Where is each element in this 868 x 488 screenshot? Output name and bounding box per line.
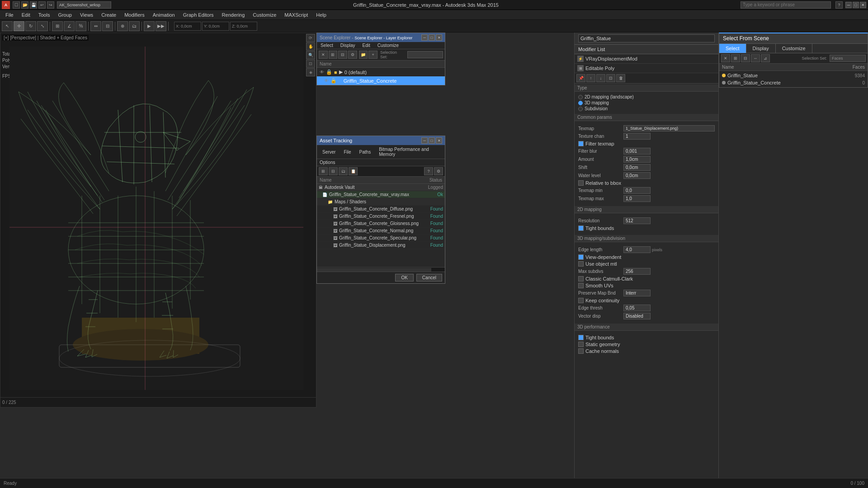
mod-show-end-btn[interactable]: ⊡: [606, 74, 615, 82]
layer-display-menu[interactable]: Display: [337, 42, 359, 49]
asset-toolbar-3[interactable]: 🗂: [339, 167, 348, 175]
asset-bitmap-menu[interactable]: Bitmap Performance and Memory: [375, 146, 443, 158]
menu-edit[interactable]: Edit: [18, 11, 34, 19]
edge-thresh-value[interactable]: 0,05: [623, 305, 651, 311]
zoom-btn[interactable]: 🔍: [306, 51, 315, 59]
asset-server-menu[interactable]: Server: [319, 149, 339, 155]
list-item[interactable]: 🖼 Griffin_Statue_Concrete_Gloisness.png …: [317, 220, 445, 227]
classic-catmull-checkbox[interactable]: [578, 276, 584, 282]
layer-close-x[interactable]: ✕: [319, 51, 328, 59]
resolution-value[interactable]: 512: [623, 217, 651, 224]
angle-snap[interactable]: ∠: [64, 21, 75, 31]
shift-value[interactable]: 0,0cm: [623, 164, 651, 171]
open-file-btn[interactable]: 📂: [21, 1, 28, 9]
render-btn[interactable]: ▶▶: [156, 21, 166, 31]
list-item[interactable]: Griffin_Statue_Concrete 0: [719, 79, 868, 86]
orbit-btn[interactable]: ⟳: [306, 34, 315, 42]
menu-rendering[interactable]: Rendering: [218, 11, 249, 19]
cache-normals-checkbox[interactable]: [578, 348, 584, 354]
snaps-toggle[interactable]: ⊞: [52, 21, 63, 31]
select-all-btn[interactable]: ⊞: [731, 54, 740, 62]
asset-toolbar-2[interactable]: ⊟: [329, 167, 338, 175]
workspace-selector[interactable]: AK_Screenshot_wrksp: [57, 1, 111, 9]
asset-minimize-btn[interactable]: ─: [421, 137, 428, 144]
asset-close-btn[interactable]: ✕: [436, 137, 442, 144]
list-item[interactable]: 📁 Maps / Shaders: [317, 198, 445, 206]
move-tool[interactable]: ✛: [14, 21, 24, 31]
rotate-tool[interactable]: ↻: [25, 21, 36, 31]
list-item[interactable]: 🖼 Griffin_Statue_Concrete_Specular.png F…: [317, 235, 445, 242]
menu-graph-editors[interactable]: Graph Editors: [179, 11, 217, 19]
asset-settings-btn[interactable]: ⚙: [434, 167, 443, 175]
layer-filter-btn[interactable]: ⊟: [338, 51, 347, 59]
tab-select[interactable]: Select: [719, 44, 746, 53]
list-item[interactable]: ⚡ VRayDisplacementMod: [575, 54, 718, 64]
tab-customize[interactable]: Customize: [776, 44, 812, 53]
field-of-view-btn[interactable]: ◈: [306, 68, 315, 76]
list-item[interactable]: 🖼 Griffin_Statue_Concrete_Diffuse.png Fo…: [317, 206, 445, 213]
keep-continuity-checkbox[interactable]: [578, 298, 584, 303]
coord-y[interactable]: Y: 0,0cm: [202, 22, 229, 31]
save-btn[interactable]: 💾: [30, 1, 37, 9]
asset-file-menu[interactable]: File: [340, 149, 354, 155]
menu-views[interactable]: Views: [76, 11, 97, 19]
new-file-btn[interactable]: ☐: [13, 1, 20, 9]
layer-edit-menu[interactable]: Edit: [359, 42, 374, 49]
preserve-map-value[interactable]: Interr: [623, 290, 651, 296]
asset-paths-menu[interactable]: Paths: [356, 149, 375, 155]
list-item[interactable]: 👁 🔒 ■ Griffin_Statue_Concrete: [317, 76, 445, 85]
texmap-min-value[interactable]: 0,0: [623, 187, 651, 194]
texture-chan-value[interactable]: 1: [623, 133, 651, 140]
water-level-value[interactable]: 0,0cm: [623, 172, 651, 179]
coord-z[interactable]: Z: 0,0cm: [230, 22, 257, 31]
mirror-tool[interactable]: ⇔: [90, 21, 101, 31]
redo-btn[interactable]: ↪: [47, 1, 54, 9]
filter-blur-value[interactable]: 0,001: [623, 148, 651, 155]
asset-maximize-btn[interactable]: □: [429, 137, 435, 144]
relative-bbox-checkbox[interactable]: [578, 180, 584, 186]
undo-btn[interactable]: ↩: [38, 1, 46, 9]
percent-snap[interactable]: %: [75, 21, 86, 31]
coord-x[interactable]: X: 0,0cm: [174, 22, 201, 31]
static-geometry-checkbox[interactable]: [578, 342, 584, 347]
texmap-value[interactable]: 1_Statue_Displacement.png): [623, 125, 715, 131]
tight-bounds-checkbox[interactable]: [578, 225, 584, 231]
asset-cancel-btn[interactable]: Cancel: [416, 274, 442, 282]
menu-modifiers[interactable]: Modifiers: [121, 11, 148, 19]
amount-value[interactable]: 1,0cm: [623, 156, 651, 163]
menu-group[interactable]: Group: [54, 11, 75, 19]
edge-length-value[interactable]: 4,0: [623, 246, 651, 253]
select-invert-btn[interactable]: ↔: [751, 54, 760, 62]
align-tool[interactable]: ⊟: [102, 21, 113, 31]
list-item[interactable]: 🖼 Griffin_Statue_Concrete_Fresnel.png Fo…: [317, 213, 445, 220]
asset-toolbar-4[interactable]: 📋: [349, 167, 358, 175]
layer-add-btn[interactable]: +: [368, 51, 377, 59]
layer-select-menu[interactable]: Select: [317, 42, 337, 49]
asset-options-label[interactable]: Options: [317, 159, 445, 166]
list-item[interactable]: 👁 🔒 ■ ▶ 0 (default): [317, 68, 445, 76]
menu-animation[interactable]: Animation: [149, 11, 179, 19]
list-item[interactable]: Griffin_Statue 9384: [719, 72, 868, 79]
tab-display[interactable]: Display: [746, 44, 776, 53]
radio-2d-mapping[interactable]: 2D mapping (landscape): [578, 94, 715, 99]
max-subdivs-value[interactable]: 256: [623, 268, 651, 275]
viewport[interactable]: [+] [Perspective] | Shaded + Edged Faces…: [0, 33, 316, 408]
menu-customize[interactable]: Customize: [249, 11, 280, 19]
scene-explorer[interactable]: 🗂: [129, 21, 140, 31]
layer-manager[interactable]: ⊕: [117, 21, 128, 31]
select-none-btn[interactable]: ⊟: [741, 54, 750, 62]
minimize-btn[interactable]: ─: [845, 2, 852, 8]
selection-set-input[interactable]: [407, 51, 443, 58]
layer-customize-menu[interactable]: Customize: [374, 42, 402, 49]
close-btn[interactable]: ✕: [860, 2, 866, 8]
list-item[interactable]: 🖼 Griffin_Statue_Concrete_Normal.png Fou…: [317, 227, 445, 235]
pan-btn[interactable]: ✋: [306, 42, 315, 51]
menu-help[interactable]: Help: [312, 11, 330, 19]
zoom-extents-btn[interactable]: ⊡: [306, 60, 315, 68]
object-name-input[interactable]: [578, 34, 715, 42]
list-item[interactable]: 📄 Griffin_Statue_Concrete_max_vray.max O…: [317, 191, 445, 198]
layer-close-btn[interactable]: ✕: [436, 34, 442, 41]
asset-help-btn[interactable]: ?: [424, 167, 433, 175]
menu-create[interactable]: Create: [98, 11, 120, 19]
menu-file[interactable]: File: [2, 11, 17, 19]
